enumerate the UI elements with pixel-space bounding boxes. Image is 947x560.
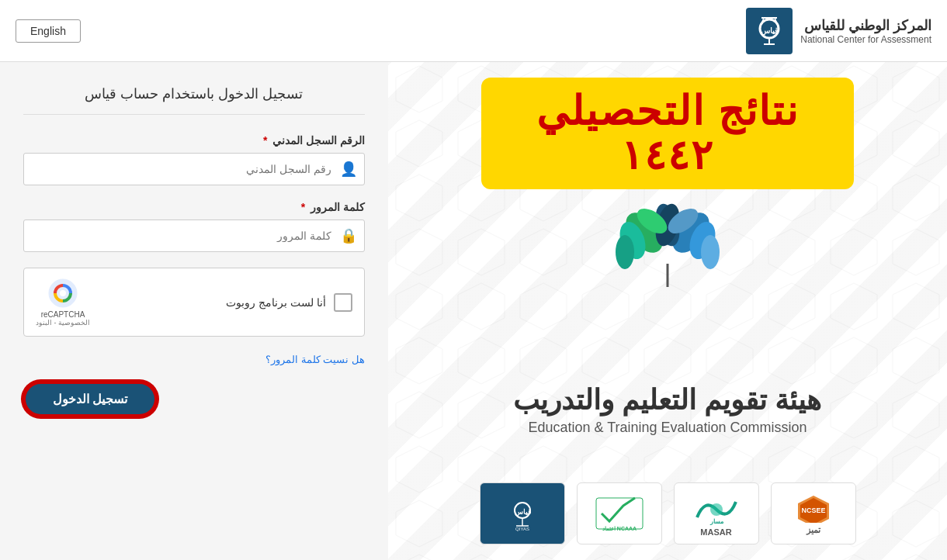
svg-text:NCAAA اعتماد: NCAAA اعتماد — [602, 526, 636, 531]
recaptcha-checkbox[interactable] — [334, 293, 352, 312]
password-required: * — [301, 201, 305, 213]
recaptcha-icon — [47, 278, 78, 309]
id-input-wrapper: 👤 — [23, 153, 365, 185]
recaptcha-left: أنا لست برنامج روبوت — [226, 293, 352, 312]
login-panel: تسجيل الدخول باستخدام حساب قياس الرقم ال… — [0, 62, 388, 560]
tameez-label: تميز — [807, 525, 820, 535]
svg-text:NCSEE: NCSEE — [801, 506, 825, 514]
recaptcha-links: الخصوصية - البنود — [36, 319, 90, 327]
banner-text: نتائج التحصيلي ١٤٤٢ — [505, 89, 831, 178]
login-button-wrapper: تسجيل الدخول — [23, 382, 365, 417]
masar-logo: مسار MASAR — [674, 482, 759, 544]
password-form-group: كلمة المرور * 🔒 — [23, 201, 365, 252]
svg-point-36 — [60, 290, 66, 296]
logo-text: المركز الوطني للقياس National Center for… — [800, 17, 931, 45]
svg-point-16 — [701, 235, 720, 269]
id-form-group: الرقم السجل المدني * 👤 — [23, 134, 365, 185]
results-banner: نتائج التحصيلي ١٤٤٢ — [481, 78, 854, 189]
etmad-logo: NCAAA اعتماد — [577, 482, 662, 544]
svg-point-25 — [710, 503, 723, 516]
forgot-password-section: هل نسيت كلمة المرور؟ — [23, 352, 365, 366]
password-input-wrapper: 🔒 — [23, 220, 365, 252]
id-input[interactable] — [23, 153, 365, 185]
qiyas-logo-icon: قياس — [746, 8, 793, 54]
lock-icon: 🔒 — [340, 227, 357, 244]
etec-text-area: هيئة تقويم التعليم والتدريب Education & … — [416, 384, 919, 436]
recaptcha-label: أنا لست برنامج روبوت — [226, 296, 326, 309]
etec-english-name: Education & Training Evaluation Commissi… — [416, 420, 919, 436]
tameez-logo: NCSEE تميز — [771, 482, 856, 544]
password-input[interactable] — [23, 220, 365, 252]
id-label: الرقم السجل المدني * — [23, 134, 365, 147]
svg-text:مسار: مسار — [709, 518, 723, 525]
svg-text:قياس: قياس — [514, 508, 531, 517]
header-logo: المركز الوطني للقياس National Center for… — [746, 8, 931, 54]
main-content: نتائج التحصيلي ١٤٤٢ — [0, 62, 947, 560]
masar-label: MASAR — [700, 527, 731, 537]
recaptcha-box[interactable]: أنا لست برنامج روبوت reCAPTCHA الخصوصية … — [23, 268, 365, 337]
logo-english-name: National Center for Assessment — [800, 34, 931, 45]
header: English المركز الوطني للقياس National Ce… — [0, 0, 947, 62]
forgot-password-link[interactable]: هل نسيت كلمة المرور؟ — [265, 354, 365, 365]
id-required: * — [263, 134, 267, 147]
left-panel: نتائج التحصيلي ١٤٤٢ — [388, 62, 947, 560]
svg-text:QIYAS: QIYAS — [515, 527, 529, 531]
bottom-logos-row: NCSEE تميز مسار MASAR — [388, 475, 947, 552]
svg-point-13 — [616, 235, 634, 269]
recaptcha-brand-label: reCAPTCHA — [41, 310, 85, 319]
etec-arabic-name: هيئة تقويم التعليم والتدريب — [416, 384, 919, 417]
etec-leaf-logo — [598, 194, 737, 295]
logo-arabic-name: المركز الوطني للقياس — [800, 17, 931, 34]
english-button[interactable]: English — [16, 19, 81, 43]
qiyas-small-logo: قياس QIYAS — [480, 482, 565, 544]
person-icon: 👤 — [340, 161, 357, 178]
password-label: كلمة المرور * — [23, 201, 365, 213]
recaptcha-right: reCAPTCHA الخصوصية - البنود — [36, 278, 90, 327]
login-button[interactable]: تسجيل الدخول — [23, 382, 157, 417]
svg-text:قياس: قياس — [761, 26, 779, 36]
login-header: تسجيل الدخول باستخدام حساب قياس — [23, 85, 365, 115]
